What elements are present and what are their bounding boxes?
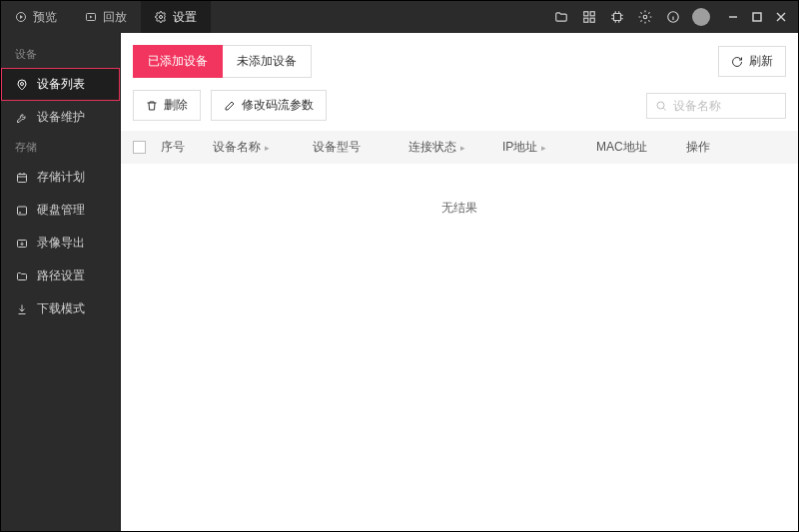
main-content: 已添加设备 未添加设备 刷新 删除 修改码流参数 — [121, 33, 798, 531]
modify-stream-label: 修改码流参数 — [242, 97, 314, 114]
col-ip[interactable]: IP地址▸ — [502, 139, 596, 156]
sidebar-item-disk-manage[interactable]: 硬盘管理 — [1, 194, 120, 227]
maximize-button[interactable] — [750, 10, 764, 24]
sidebar-item-record-export[interactable]: 录像导出 — [1, 227, 120, 260]
tab-settings[interactable]: 设置 — [141, 1, 211, 33]
tab-preview[interactable]: 预览 — [1, 1, 71, 33]
inner-tab-not-added[interactable]: 未添加设备 — [223, 45, 312, 78]
col-connection[interactable]: 连接状态▸ — [408, 139, 502, 156]
svg-point-8 — [643, 15, 647, 19]
svg-point-19 — [657, 102, 664, 109]
export-icon — [15, 237, 29, 251]
col-index[interactable]: 序号 — [161, 139, 213, 156]
svg-point-17 — [20, 212, 21, 213]
download-icon — [15, 302, 29, 316]
sidebar-item-download-mode[interactable]: 下载模式 — [1, 292, 120, 325]
col-mac[interactable]: MAC地址 — [596, 139, 686, 156]
select-all-checkbox[interactable] — [133, 141, 146, 154]
sidebar-item-device-maintain[interactable]: 设备维护 — [1, 101, 120, 134]
calendar-icon — [15, 171, 29, 185]
toolbar-row: 删除 修改码流参数 — [121, 90, 798, 131]
close-button[interactable] — [774, 10, 788, 24]
edit-icon — [224, 100, 236, 112]
tab-preview-label: 预览 — [33, 9, 57, 26]
col-operation[interactable]: 操作 — [686, 139, 786, 156]
tab-playback[interactable]: 回放 — [71, 1, 141, 33]
sidebar-section-storage: 存储 — [1, 134, 120, 161]
search-icon — [655, 100, 667, 112]
refresh-button[interactable]: 刷新 — [718, 46, 786, 77]
tab-playback-label: 回放 — [103, 9, 127, 26]
chip-icon[interactable] — [608, 8, 626, 26]
avatar[interactable] — [692, 8, 710, 26]
refresh-label: 刷新 — [749, 53, 773, 70]
sort-icon: ▸ — [541, 143, 546, 153]
inner-tab-label: 未添加设备 — [237, 54, 297, 68]
sidebar-item-label: 路径设置 — [37, 267, 85, 284]
col-model[interactable]: 设备型号 — [313, 139, 408, 156]
modify-stream-button[interactable]: 修改码流参数 — [211, 90, 327, 121]
folder-settings-icon — [15, 269, 29, 283]
inner-tab-added[interactable]: 已添加设备 — [133, 45, 223, 78]
delete-button[interactable]: 删除 — [133, 90, 201, 121]
sidebar-item-label: 下载模式 — [37, 300, 85, 317]
titlebar-tabs: 预览 回放 设置 — [1, 1, 211, 33]
svg-rect-6 — [590, 18, 594, 22]
playback-icon — [85, 11, 97, 23]
play-icon — [15, 11, 27, 23]
sidebar-item-path-settings[interactable]: 路径设置 — [1, 260, 120, 292]
sidebar-section-device: 设备 — [1, 41, 120, 68]
tab-settings-label: 设置 — [173, 9, 197, 26]
search-input[interactable] — [673, 99, 777, 113]
svg-rect-15 — [18, 174, 27, 182]
sidebar-item-label: 存储计划 — [37, 169, 85, 186]
wrench-icon — [15, 111, 29, 125]
svg-rect-4 — [590, 12, 594, 16]
sidebar-item-label: 录像导出 — [37, 235, 85, 252]
svg-rect-5 — [584, 18, 588, 22]
folder-icon[interactable] — [552, 8, 570, 26]
table-header: 序号 设备名称▸ 设备型号 连接状态▸ IP地址▸ MAC地址 操作 — [121, 131, 798, 164]
grid-icon[interactable] — [580, 8, 598, 26]
inner-tabs-row: 已添加设备 未添加设备 刷新 — [121, 33, 798, 90]
col-device-name[interactable]: 设备名称▸ — [213, 139, 313, 156]
pin-icon — [15, 78, 29, 92]
svg-point-14 — [21, 82, 24, 85]
svg-rect-7 — [614, 14, 621, 21]
svg-rect-16 — [18, 207, 27, 215]
disk-icon — [15, 204, 29, 218]
svg-rect-11 — [753, 13, 761, 21]
delete-label: 删除 — [164, 97, 188, 114]
sort-icon: ▸ — [460, 143, 465, 153]
sidebar-item-label: 设备列表 — [37, 76, 85, 93]
sidebar-item-label: 硬盘管理 — [37, 202, 85, 219]
gear-icon — [155, 11, 167, 23]
svg-point-2 — [160, 16, 163, 19]
sort-icon: ▸ — [265, 143, 270, 153]
search-box[interactable] — [646, 93, 786, 119]
titlebar: 预览 回放 设置 — [1, 1, 798, 33]
trash-icon — [146, 100, 158, 112]
sidebar-item-storage-plan[interactable]: 存储计划 — [1, 161, 120, 194]
refresh-icon — [731, 56, 743, 68]
sidebar: 设备 设备列表 设备维护 存储 存储计划 硬盘管理 录像导出 — [1, 33, 121, 531]
info-icon[interactable] — [664, 8, 682, 26]
sidebar-item-label: 设备维护 — [37, 109, 85, 126]
titlebar-right — [542, 1, 798, 33]
settings-icon[interactable] — [636, 8, 654, 26]
inner-tab-label: 已添加设备 — [148, 54, 208, 68]
sidebar-item-device-list[interactable]: 设备列表 — [1, 68, 120, 101]
svg-rect-3 — [584, 12, 588, 16]
no-result-text: 无结果 — [121, 164, 798, 253]
minimize-button[interactable] — [726, 10, 740, 24]
